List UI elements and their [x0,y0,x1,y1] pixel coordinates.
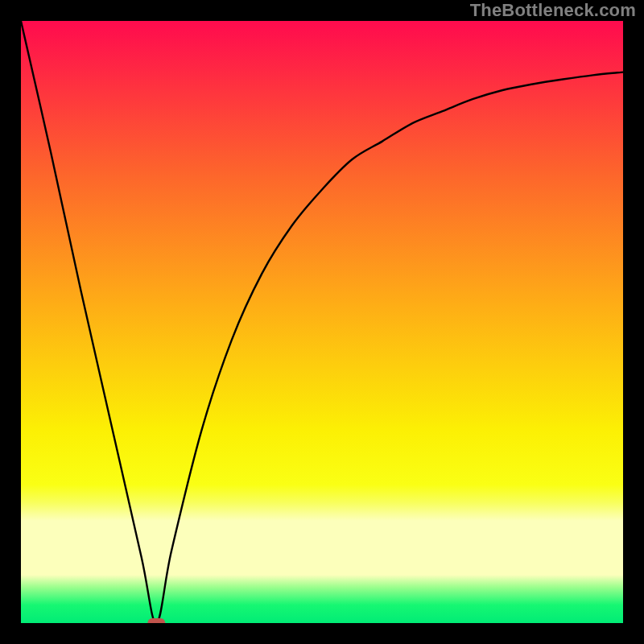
attribution-label: TheBottleneck.com [470,0,636,21]
chart-svg [21,21,623,623]
chart-background [21,21,623,623]
chart-frame: TheBottleneck.com [0,0,644,644]
minimum-marker [147,618,165,623]
bottleneck-chart [21,21,623,623]
